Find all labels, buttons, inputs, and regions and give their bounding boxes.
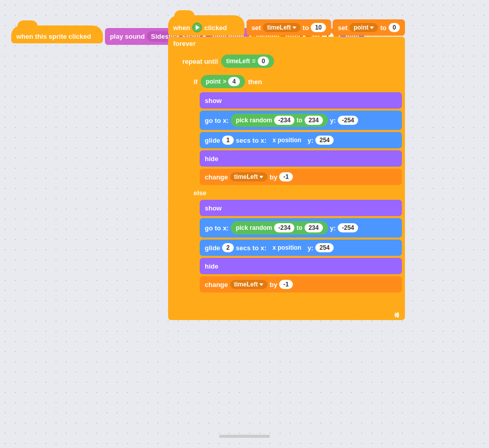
pick-from-2: -234 <box>274 223 294 232</box>
y-label-4: y: <box>308 244 314 252</box>
x-position-2: x position <box>268 243 306 253</box>
y-value-1: -254 <box>338 116 358 125</box>
to-pick-label-1: to <box>296 117 302 124</box>
change-label-1: change <box>205 173 228 181</box>
cond-four-value: 4 <box>228 77 240 86</box>
cond-zero-value: 0 <box>258 57 269 66</box>
goto-label-2: go to x: <box>205 224 229 232</box>
point-arrow-2 <box>370 27 374 29</box>
play-sound-label: play sound <box>110 33 145 40</box>
timeleft-change-label-2: timeLeft <box>234 281 258 288</box>
by-label-1: by <box>269 173 277 181</box>
glide-secs-2: 2 <box>222 243 234 252</box>
eq-label: = <box>252 58 256 65</box>
set-timeleft-block[interactable]: set timeLeft to 10 <box>247 19 331 36</box>
timeleft-var-change-1[interactable]: timeLeft <box>230 172 268 181</box>
by-neg1-value-2: -1 <box>279 280 293 289</box>
repeat-inner: if point > 4 then <box>187 71 404 303</box>
to-label-2: to <box>380 24 386 32</box>
forever-inner: repeat until timeLeft = 0 <box>176 50 405 310</box>
timeleft-change-label-1: timeLeft <box>234 173 258 180</box>
change-timeleft-block-2[interactable]: change timeLeft by -1 <box>200 276 402 293</box>
glide-block-1[interactable]: glide 1 secs to x: x position y: <box>200 132 402 148</box>
y-value-3: -254 <box>338 223 358 232</box>
pick-random-label-2: pick random <box>236 224 272 231</box>
change-timeleft-block-1[interactable]: change timeLeft by -1 <box>200 169 402 185</box>
else-inner: show go to x: pick random -234 <box>199 199 403 295</box>
show-block-1[interactable]: show <box>200 92 402 109</box>
repeat-until-block[interactable]: repeat until timeLeft = 0 <box>177 51 404 309</box>
timeleft-change-arrow-2 <box>259 283 263 286</box>
hide-label-1: hide <box>205 155 219 163</box>
point-condition: point > 4 <box>201 75 245 88</box>
when-label: when <box>173 24 190 32</box>
forever-block[interactable]: forever repeat until timeLeft = 0 <box>168 37 405 320</box>
if-footer <box>188 295 403 302</box>
y-label-2: y: <box>308 137 314 144</box>
scrollbar[interactable] <box>219 435 270 438</box>
right-script-group: when clicked set timeLeft to 10 set p <box>168 15 405 320</box>
hide-label-2: hide <box>205 262 219 270</box>
change-label-2: change <box>205 281 228 288</box>
y-label-1: y: <box>330 117 336 124</box>
forever-footer <box>168 310 405 320</box>
if-else-block[interactable]: if point > 4 then <box>188 72 403 302</box>
pick-to-2: 234 <box>305 223 323 232</box>
secs-to-x-2: secs to x: <box>236 244 266 252</box>
point-value: 0 <box>389 23 400 32</box>
point-label-2: point <box>354 24 368 31</box>
by-label-2: by <box>269 281 277 288</box>
timeleft-change-arrow-1 <box>259 176 263 178</box>
by-neg1-value-1: -1 <box>279 172 293 181</box>
set-point-block[interactable]: set point to 0 <box>333 19 405 36</box>
if-header: if point > 4 then <box>188 72 403 91</box>
loop-arrow-icon <box>391 311 401 319</box>
glide-block-2[interactable]: glide 2 secs to x: x position y: <box>200 240 402 256</box>
hide-block-2[interactable]: hide <box>200 258 402 274</box>
pick-random-1: pick random -234 to 234 <box>231 114 328 127</box>
else-label: else <box>188 187 403 199</box>
if-inner: show go to x: pick random -234 <box>199 91 403 187</box>
timeleft-arrow-1 <box>292 27 296 29</box>
timeleft-value: 10 <box>311 23 325 32</box>
set-label-1: set <box>252 24 261 32</box>
when-sprite-clicked-block[interactable]: when this sprite clicked <box>11 25 103 43</box>
timeleft-var-1[interactable]: timeLeft <box>263 23 301 32</box>
y-label-3: y: <box>330 224 336 232</box>
glide-label-1: glide <box>205 137 220 144</box>
pick-from-1: -234 <box>274 116 294 125</box>
timeleft-label-1: timeLeft <box>267 24 291 31</box>
gt-label: > <box>223 78 226 85</box>
show-label-2: show <box>205 204 222 212</box>
y-value-4: 254 <box>315 243 334 252</box>
clicked-label: clicked <box>204 24 227 32</box>
when-flag-clicked-block[interactable]: when clicked <box>168 15 244 36</box>
glide-label-2: glide <box>205 244 220 252</box>
point-var-2[interactable]: point <box>349 23 378 32</box>
repeat-footer <box>177 303 404 309</box>
y-value-2: 254 <box>315 136 334 145</box>
set-label-2: set <box>338 24 347 32</box>
glide-secs-1: 1 <box>222 136 234 145</box>
show-block-2[interactable]: show <box>200 200 402 216</box>
hide-block-1[interactable]: hide <box>200 150 402 167</box>
pick-random-label-1: pick random <box>236 117 272 124</box>
secs-to-x-1: secs to x: <box>236 137 266 144</box>
show-label-1: show <box>205 97 222 104</box>
then-label: then <box>248 78 262 86</box>
to-label-1: to <box>303 24 309 32</box>
timeleft-cond-label: timeLeft <box>226 58 250 65</box>
workspace: when this sprite clicked play sound Side… <box>0 0 489 448</box>
green-flag-icon <box>192 22 202 33</box>
forever-header: forever <box>168 37 405 50</box>
goto-block-1[interactable]: go to x: pick random -234 to 234 <box>200 111 402 130</box>
point-cond-label: point <box>206 78 221 85</box>
timeleft-condition: timeLeft = 0 <box>221 55 274 68</box>
to-pick-label-2: to <box>296 224 302 231</box>
pick-to-1: 234 <box>305 116 323 125</box>
pick-random-2: pick random -234 to 234 <box>231 221 328 234</box>
if-label: if <box>194 78 198 86</box>
timeleft-var-change-2[interactable]: timeLeft <box>230 280 268 289</box>
goto-block-2[interactable]: go to x: pick random -234 to 234 <box>200 218 402 238</box>
goto-label-1: go to x: <box>205 117 229 124</box>
